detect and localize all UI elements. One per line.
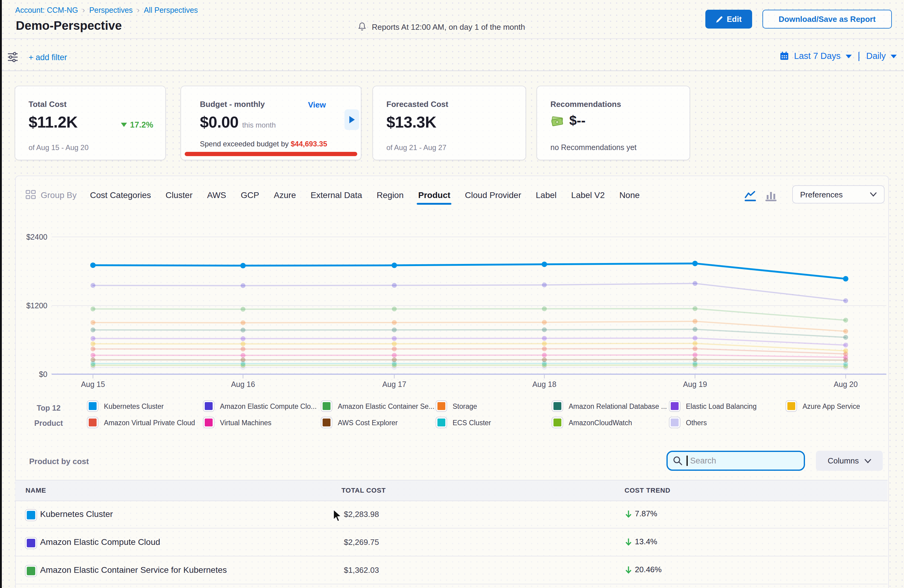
tab-label[interactable]: Label — [536, 190, 557, 199]
download-save-report-button[interactable]: Download/Save as Report — [762, 10, 892, 28]
tab-label-v2[interactable]: Label V2 — [571, 190, 605, 199]
tab-gcp[interactable]: GCP — [241, 190, 259, 199]
legend-swatch — [552, 401, 563, 411]
tab-product[interactable]: Product — [418, 190, 450, 199]
legend-label: Azure App Service — [803, 402, 860, 410]
recommendations-card: Recommendations $-- no Recommendations y… — [537, 86, 689, 160]
chevron-down-icon[interactable] — [891, 55, 897, 58]
breadcrumb-perspectives-link[interactable]: Perspectives — [89, 6, 133, 14]
ccm-perspective-page: Account: CCM-NG › Perspectives › All Per… — [0, 0, 904, 588]
budget-expand-handle[interactable] — [345, 109, 359, 130]
play-icon — [349, 116, 354, 123]
tab-aws[interactable]: AWS — [207, 190, 226, 199]
svg-text:$2400: $2400 — [26, 232, 47, 241]
col-header-cost-trend[interactable]: COST TREND — [624, 481, 670, 501]
bar-chart-icon[interactable] — [764, 190, 778, 203]
tab-none[interactable]: None — [620, 190, 640, 199]
legend-swatch — [670, 401, 680, 411]
row-total-cost: $2,269.75 — [344, 537, 379, 547]
legend-item-amazon-virtual-private-cloud[interactable]: Amazon Virtual Private Cloud — [87, 417, 204, 428]
row-color-swatch — [25, 566, 36, 577]
col-header-name[interactable]: NAME — [25, 481, 46, 501]
table-section-title: Product by cost — [29, 457, 89, 466]
budget-exceeded-text: Spend exceeded budget by $44,693.35 — [200, 140, 327, 148]
search-input[interactable] — [667, 451, 805, 471]
edit-button[interactable]: Edit — [705, 10, 752, 28]
legend-label: Storage — [453, 402, 477, 410]
group-by-tabs: Cost CategoriesClusterAWSGCPAzureExterna… — [90, 190, 640, 199]
budget-view-link[interactable]: View — [308, 100, 326, 109]
legend-swatch — [786, 401, 797, 411]
legend-item-amazon-elastic-compute-cloud[interactable]: Amazon Elastic Compute Clo... — [204, 401, 321, 411]
row-trend-value: 20.46% — [635, 565, 662, 574]
total-cost-delta: 17.2% — [121, 120, 153, 130]
budget-card: Budget - monthly View $0.00 this month S… — [181, 86, 361, 160]
granularity-selector[interactable]: Daily — [866, 51, 886, 61]
row-name: Amazon Elastic Container Service for Kub… — [40, 565, 227, 575]
time-range-selector[interactable]: Last 7 Days — [794, 51, 841, 61]
breadcrumb-account-link[interactable]: Account: CCM-NG — [15, 6, 78, 14]
col-header-total-cost[interactable]: TOTAL COST — [341, 481, 386, 501]
legend-item-virtual-machines[interactable]: Virtual Machines — [204, 417, 321, 428]
table-row-amazon-elastic-compute-cloud[interactable]: Amazon Elastic Compute Cloud$2,269.7513.… — [15, 528, 888, 556]
header-divider — [0, 38, 904, 39]
legend-item-amazoncloudwatch[interactable]: AmazonCloudWatch — [552, 417, 670, 428]
tab-cost-categories[interactable]: Cost Categories — [90, 190, 151, 199]
legend-label: Elastic Load Balancing — [686, 402, 757, 410]
legend-item-amazon-relational-database-service[interactable]: Amazon Relational Database ... — [552, 401, 670, 411]
table-row-kubernetes-cluster[interactable]: Kubernetes Cluster$2,283.987.87% — [15, 501, 888, 528]
calendar-icon — [779, 51, 789, 61]
add-filter-button[interactable]: + add filter — [28, 53, 67, 62]
legend-item-ecs-cluster[interactable]: ECS Cluster — [436, 417, 552, 428]
columns-button[interactable]: Columns — [816, 451, 883, 471]
forecasted-title: Forecasted Cost — [386, 100, 448, 109]
tab-cluster[interactable]: Cluster — [166, 190, 193, 199]
budget-progress-bar — [185, 152, 357, 156]
total-cost-delta-value: 17.2% — [130, 120, 153, 130]
legend-item-storage[interactable]: Storage — [436, 401, 552, 411]
legend-item-aws-cost-explorer[interactable]: AWS Cost Explorer — [321, 417, 436, 428]
chart-legend: Kubernetes ClusterAmazon Elastic Compute… — [87, 400, 883, 428]
tab-region[interactable]: Region — [377, 190, 404, 199]
row-cost-trend: 13.4% — [624, 537, 657, 546]
time-range-bar: Last 7 Days | Daily — [779, 51, 897, 62]
legend-title-line2: Product — [25, 416, 72, 431]
tab-external-data[interactable]: External Data — [310, 190, 362, 199]
legend-item-azure-app-service[interactable]: Azure App Service — [786, 401, 883, 411]
svg-text:Aug 20: Aug 20 — [833, 380, 858, 389]
tab-azure[interactable]: Azure — [274, 190, 296, 199]
legend-item-elastic-load-balancing[interactable]: Elastic Load Balancing — [670, 401, 786, 411]
legend-item-amazon-elastic-container-service[interactable]: Amazon Elastic Container Se... — [321, 401, 436, 411]
recommendations-subtext: no Recommendations yet — [550, 143, 637, 152]
legend-swatch — [321, 401, 332, 411]
breadcrumb-separator: › — [82, 5, 85, 14]
group-by-row: Group By Cost CategoriesClusterAWSGCPAzu… — [25, 190, 640, 200]
breadcrumb-all-perspectives-link[interactable]: All Perspectives — [144, 6, 198, 14]
legend-swatch — [436, 401, 447, 411]
preferences-label: Preferences — [800, 190, 842, 199]
chevron-down-icon[interactable] — [846, 55, 852, 58]
legend-label: AmazonCloudWatch — [569, 419, 632, 426]
filter-settings-icon[interactable] — [7, 51, 19, 63]
table-row-amazon-elastic-container-service-for-kubernetes[interactable]: Amazon Elastic Container Service for Kub… — [15, 556, 888, 584]
budget-value: $0.00 — [200, 113, 239, 132]
legend-label: Amazon Elastic Compute Clo... — [220, 402, 316, 410]
legend-item-kubernetes-cluster[interactable]: Kubernetes Cluster — [87, 401, 204, 411]
line-chart-icon[interactable] — [744, 190, 757, 203]
svg-text:Aug 18: Aug 18 — [532, 380, 556, 389]
row-total-cost: $1,362.03 — [344, 566, 379, 575]
tab-cloud-provider[interactable]: Cloud Provider — [465, 190, 521, 199]
row-color-swatch — [25, 510, 36, 520]
columns-label: Columns — [828, 456, 859, 465]
svg-text:Aug 17: Aug 17 — [382, 380, 406, 389]
legend-label: Amazon Virtual Private Cloud — [104, 419, 195, 426]
page-title: Demo-Perspective — [16, 19, 122, 33]
legend-label: Kubernetes Cluster — [104, 402, 164, 410]
svg-text:Aug 19: Aug 19 — [683, 380, 707, 389]
group-by-label: Group By — [25, 190, 77, 200]
legend-title: Top 12 Product — [25, 401, 72, 431]
total-cost-title: Total Cost — [28, 100, 66, 109]
preferences-button[interactable]: Preferences — [792, 185, 885, 204]
legend-item-others[interactable]: Others — [670, 417, 786, 428]
legend-swatch — [552, 417, 563, 428]
